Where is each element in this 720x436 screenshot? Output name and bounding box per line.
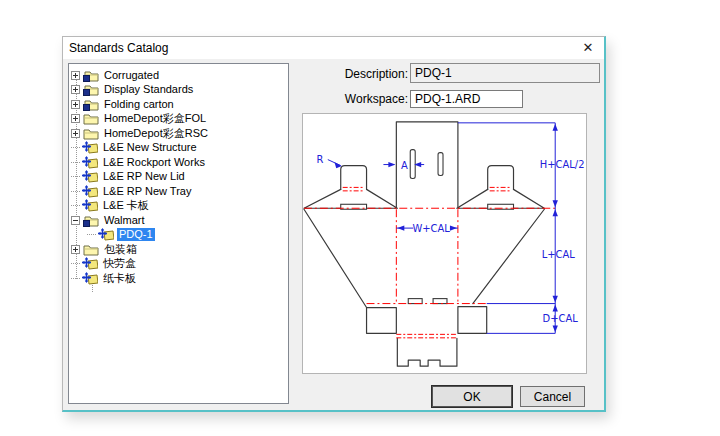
- tree-connector: [71, 263, 81, 264]
- standard-icon: [82, 156, 98, 169]
- standard-icon: [82, 199, 98, 212]
- standard-icon: [82, 141, 98, 154]
- tree-item-label[interactable]: HomeDepot彩盒FOL: [102, 112, 208, 125]
- tree-connector: [87, 234, 97, 235]
- folder-icon: [83, 243, 99, 256]
- standard-icon: [82, 257, 98, 270]
- catalog-folder-icon: [83, 83, 99, 96]
- tree-item-label[interactable]: L&E Rockport Works: [101, 156, 207, 169]
- tree-item-folding-carton[interactable]: Folding carton: [69, 97, 288, 112]
- tree-item-le-kaban[interactable]: L&E 卡板: [69, 199, 288, 214]
- tree-item-le-rockport-works[interactable]: L&E Rockport Works: [69, 155, 288, 170]
- standards-tree[interactable]: Corrugated Display Standards Folding car…: [68, 63, 289, 404]
- tree-connector: [71, 278, 81, 279]
- ok-button[interactable]: OK: [431, 385, 513, 408]
- tree-item-pdq-1[interactable]: PDQ-1: [69, 228, 288, 243]
- expand-plus-icon[interactable]: [71, 245, 80, 254]
- tree-item-label[interactable]: 纸卡板: [101, 272, 138, 285]
- tree-item-label[interactable]: L&E New Structure: [101, 141, 199, 154]
- expand-plus-icon[interactable]: [71, 71, 80, 80]
- tree-item-label-selected[interactable]: PDQ-1: [117, 228, 155, 241]
- standard-icon: [82, 185, 98, 198]
- standard-icon: [82, 170, 98, 183]
- tree-item-label[interactable]: HomeDepot彩盒RSC: [102, 127, 210, 140]
- tree-connector: [71, 176, 81, 177]
- tree-item-label[interactable]: Walmart: [102, 214, 147, 227]
- dieline-drawing: R A H+CAL/2 W+CAL L+CAL D+CAL: [303, 114, 586, 373]
- workspace-label: Workspace:: [340, 92, 408, 106]
- collapse-minus-icon[interactable]: [71, 216, 80, 225]
- catalog-folder-icon: [83, 98, 99, 111]
- tree-item-label[interactable]: L&E RP New Lid: [101, 170, 187, 183]
- description-input[interactable]: [410, 63, 600, 83]
- expand-plus-icon[interactable]: [71, 129, 80, 138]
- tree-item-label[interactable]: Display Standards: [102, 83, 195, 96]
- tree-item-walmart[interactable]: Walmart: [69, 213, 288, 228]
- tree-item-homedepot-rsc[interactable]: HomeDepot彩盒RSC: [69, 126, 288, 141]
- dim-label-h: H+CAL/2: [540, 159, 585, 170]
- tree-item-homedepot-fol[interactable]: HomeDepot彩盒FOL: [69, 112, 288, 127]
- tree-item-le-new-structure[interactable]: L&E New Structure: [69, 141, 288, 156]
- catalog-folder-icon: [83, 69, 99, 82]
- tree-item-kuailaohe[interactable]: 快劳盒: [69, 257, 288, 272]
- folder-icon: [83, 112, 99, 125]
- tree-item-corrugated[interactable]: Corrugated: [69, 68, 288, 83]
- dim-label-l: L+CAL: [542, 249, 576, 260]
- tree-item-display-standards[interactable]: Display Standards: [69, 83, 288, 98]
- tree-connector: [71, 162, 81, 163]
- catalog-folder-icon: [83, 214, 99, 227]
- expand-plus-icon[interactable]: [71, 114, 80, 123]
- tree-connector: [71, 147, 81, 148]
- dim-label-r: R: [316, 154, 323, 165]
- standard-preview-panel: R A H+CAL/2 W+CAL L+CAL D+CAL: [302, 113, 587, 374]
- folder-icon: [83, 127, 99, 140]
- tree-item-le-rp-new-lid[interactable]: L&E RP New Lid: [69, 170, 288, 185]
- expand-plus-icon[interactable]: [71, 100, 80, 109]
- tree-item-label[interactable]: L&E RP New Tray: [101, 185, 193, 198]
- titlebar[interactable]: Standards Catalog ✕: [63, 37, 604, 59]
- tree-item-label[interactable]: 包装箱: [102, 243, 139, 256]
- expand-plus-icon[interactable]: [71, 85, 80, 94]
- dim-label-w: W+CAL: [412, 223, 450, 234]
- tree-item-baozhuangxiang[interactable]: 包装箱: [69, 242, 288, 257]
- workspace-input[interactable]: [410, 90, 523, 108]
- tree-connector: [71, 191, 81, 192]
- cancel-button[interactable]: Cancel: [520, 386, 585, 407]
- description-label: Description:: [340, 67, 408, 81]
- tree-item-label[interactable]: Folding carton: [102, 98, 176, 111]
- tree-item-zhikaban[interactable]: 纸卡板: [69, 271, 288, 286]
- standard-icon: [82, 272, 98, 285]
- tree-item-le-rp-new-tray[interactable]: L&E RP New Tray: [69, 184, 288, 199]
- standard-icon: [98, 228, 114, 241]
- tree-connector: [71, 205, 81, 206]
- tree-item-label[interactable]: L&E 卡板: [101, 199, 151, 212]
- dim-label-a: A: [401, 160, 408, 171]
- dim-label-d: D+CAL: [543, 313, 579, 324]
- standards-catalog-dialog: Standards Catalog ✕ Corrugated Display S…: [62, 36, 606, 412]
- tree-item-label[interactable]: 快劳盒: [101, 257, 138, 270]
- close-icon[interactable]: ✕: [576, 38, 600, 57]
- dialog-title: Standards Catalog: [63, 41, 168, 55]
- tree-item-label[interactable]: Corrugated: [102, 69, 161, 82]
